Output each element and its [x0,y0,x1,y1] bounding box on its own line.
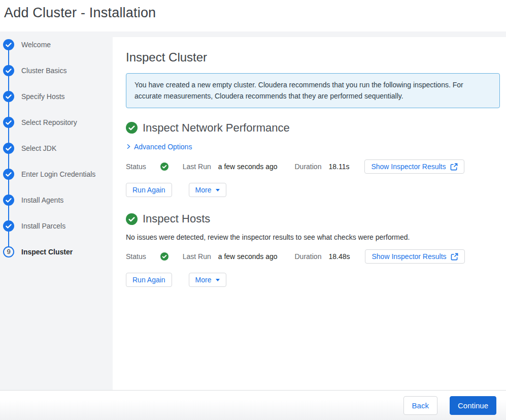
sidebar-item-label: Install Agents [21,196,63,204]
sidebar-item-select-jdk: Select JDK [0,135,113,161]
sidebar-item-cluster-basics: Cluster Basics [0,57,113,83]
duration-value: 18.11s [328,163,349,171]
run-again-label: Run Again [132,276,165,284]
status-row: Status Last Run a few seconds ago Durati… [126,159,500,174]
sidebar-item-welcome: Welcome [0,31,113,57]
check-circle-icon [3,39,14,50]
show-inspector-results-button[interactable]: Show Inspector Results [364,159,464,174]
more-label: More [195,276,212,284]
sidebar-item-label: Specify Hosts [21,92,65,101]
duration-label: Duration [295,252,322,261]
check-circle-icon [3,91,14,102]
sidebar-item-label: Select JDK [21,144,56,152]
last-run-label: Last Run [183,252,211,261]
status-label: Status [126,252,146,261]
more-button[interactable]: More [189,183,226,197]
duration-value: 18.48s [328,252,350,261]
sidebar-item-select-repository: Select Repository [0,109,113,135]
content-heading: Inspect Cluster [126,50,500,64]
last-run-value: a few seconds ago [218,252,278,261]
more-button[interactable]: More [189,273,226,287]
check-circle-icon [3,169,14,180]
page-header: Add Cluster - Installation [0,0,506,31]
sidebar-item-inspect-cluster: 9Inspect Cluster [0,239,113,265]
sidebar-item-label: Cluster Basics [21,67,66,75]
add-cluster-wizard-window: Add Cluster - Installation WelcomeCluste… [0,0,506,420]
sidebar-item-install-parcels: Install Parcels [0,213,113,239]
continue-button[interactable]: Continue [450,396,496,415]
actions-row: Run Again More [126,183,500,197]
page-title: Add Cluster - Installation [4,5,156,20]
check-circle-icon [126,213,138,225]
actions-row: Run Again More [126,273,500,287]
sidebar-item-label: Install Parcels [21,222,65,230]
check-circle-icon [3,143,14,154]
sidebar-item-label: Inspect Cluster [21,248,73,256]
more-label: More [195,186,212,194]
run-again-label: Run Again [132,186,165,194]
check-circle-icon [3,65,14,76]
advanced-options-link[interactable]: Advanced Options [126,143,192,151]
section-header: Inspect Network Performance [126,121,500,135]
last-run-value: a few seconds ago [218,163,278,171]
wizard-steps-sidebar: WelcomeCluster BasicsSpecify HostsSelect… [0,31,113,390]
advanced-options-label: Advanced Options [134,143,192,151]
wizard-body: WelcomeCluster BasicsSpecify HostsSelect… [0,31,506,390]
section-note: No issues were detected, review the insp… [126,233,500,241]
check-circle-icon [3,220,14,232]
run-again-button[interactable]: Run Again [126,183,172,197]
check-circle-icon [160,252,168,261]
run-again-button[interactable]: Run Again [126,273,172,287]
sidebar-item-specify-hosts: Specify Hosts [0,83,113,109]
status-label: Status [126,163,146,171]
check-circle-icon [160,163,168,171]
check-circle-icon [3,195,14,206]
chevron-right-icon [126,144,131,149]
show-inspector-results-label: Show Inspector Results [372,252,446,261]
show-inspector-results-button[interactable]: Show Inspector Results [365,249,464,264]
section-title: Inspect Network Performance [143,121,290,135]
step-number-badge: 9 [3,246,14,257]
sidebar-item-label: Select Repository [21,118,77,126]
wizard-footer: Back Continue [0,390,506,420]
section-inspect-network-performance: Inspect Network Performance Advanced Opt… [126,121,500,198]
sidebar-item-label: Enter Login Credentials [21,170,95,178]
sidebar-item-enter-login-credentials: Enter Login Credentials [0,161,113,187]
status-row: Status Last Run a few seconds ago Durati… [126,249,500,264]
info-banner: You have created a new empty cluster. Cl… [126,73,500,108]
caret-down-icon [216,279,220,281]
external-link-icon [451,253,458,261]
last-run-label: Last Run [183,163,211,171]
caret-down-icon [216,189,220,191]
sidebar-item-install-agents: Install Agents [0,187,113,213]
show-inspector-results-label: Show Inspector Results [371,163,446,171]
inspect-cluster-panel: Inspect Cluster You have created a new e… [113,37,506,390]
main-area: Inspect Cluster You have created a new e… [113,31,506,390]
section-inspect-hosts: Inspect Hosts No issues were detected, r… [126,212,500,287]
section-header: Inspect Hosts [126,212,500,225]
duration-label: Duration [295,163,322,171]
check-circle-icon [126,122,138,134]
external-link-icon [450,163,458,171]
section-title: Inspect Hosts [143,212,210,225]
check-circle-icon [3,117,14,128]
back-button[interactable]: Back [403,396,437,415]
sidebar-item-label: Welcome [21,41,51,49]
steps-list: WelcomeCluster BasicsSpecify HostsSelect… [0,31,113,265]
